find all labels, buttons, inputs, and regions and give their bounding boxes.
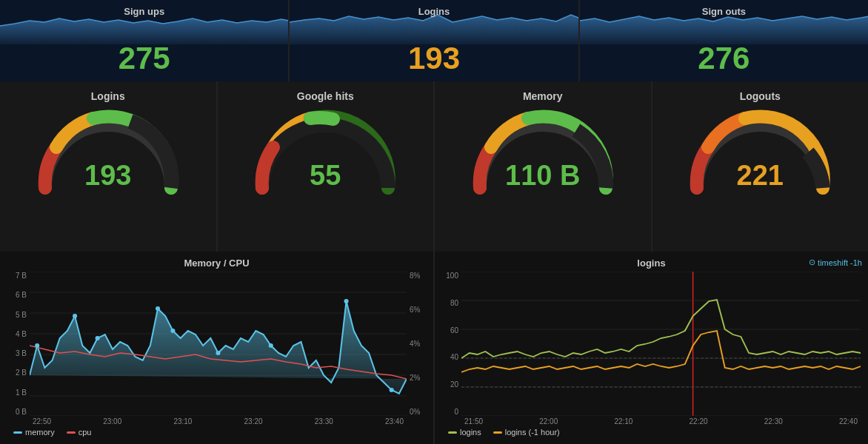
y-right-label-6: 6% bbox=[410, 306, 426, 314]
logins-y-60: 60 bbox=[442, 326, 458, 334]
logins-x-2210: 22:10 bbox=[614, 417, 632, 426]
logins-x-2150: 21:50 bbox=[464, 417, 483, 426]
svg-point-9 bbox=[156, 306, 160, 311]
logins-1h-legend-item: logins (-1 hour) bbox=[493, 428, 560, 437]
logins-y-100: 100 bbox=[442, 272, 458, 280]
x-label-2330: 23:30 bbox=[315, 417, 333, 426]
googlehits-gauge: 55 bbox=[251, 107, 399, 195]
memory-legend-dot bbox=[13, 431, 22, 434]
svg-point-11 bbox=[96, 336, 100, 340]
x-label-2320: 23:20 bbox=[244, 417, 263, 426]
logouts-gauge-value: 221 bbox=[686, 160, 834, 192]
y-left-label-5b: 5 B bbox=[7, 311, 27, 319]
googlehits-gauge-value: 55 bbox=[251, 160, 399, 192]
y-right-label-0: 0% bbox=[410, 408, 426, 416]
logins-1h-legend-label: logins (-1 hour) bbox=[505, 428, 560, 437]
memory-gauge-title: Memory bbox=[523, 90, 563, 102]
cpu-legend-label: cpu bbox=[79, 428, 92, 437]
timeshift-icon: ⊙ bbox=[809, 258, 815, 267]
charts-row: Memory / CPU 7 B 6 B 5 B 4 B 3 B 2 B 1 B… bbox=[0, 252, 868, 444]
logins-legend-item: logins bbox=[448, 428, 481, 437]
gauges-row: Logins 193 Google hits bbox=[0, 81, 868, 252]
logins-y-0: 0 bbox=[442, 408, 458, 416]
logins-legend-dot bbox=[448, 431, 457, 434]
memory-gauge: 110 B bbox=[469, 107, 617, 195]
y-left-label-1b: 1 B bbox=[7, 388, 27, 397]
svg-point-14 bbox=[269, 343, 273, 348]
svg-point-15 bbox=[344, 299, 349, 303]
y-right-label-4: 4% bbox=[410, 340, 426, 348]
logins-1h-legend-dot bbox=[493, 431, 502, 434]
logins-y-40: 40 bbox=[442, 353, 458, 361]
y-left-label-4b: 4 B bbox=[7, 330, 27, 338]
signouts-value: 276 bbox=[698, 43, 750, 74]
logins-legend-label: logins bbox=[460, 428, 481, 437]
signups-card: Sign ups 275 bbox=[0, 0, 288, 81]
x-label-2300: 23:00 bbox=[103, 417, 121, 426]
logins-chart-title: logins bbox=[442, 258, 861, 269]
svg-point-12 bbox=[170, 329, 175, 333]
svg-point-16 bbox=[390, 388, 394, 392]
y-left-label-0b: 0 B bbox=[7, 408, 27, 416]
logins-x-2240: 22:40 bbox=[839, 417, 858, 426]
memory-cpu-chart-title: Memory / CPU bbox=[7, 258, 426, 269]
logins-gauge: 193 bbox=[34, 107, 182, 195]
logins-y-80: 80 bbox=[442, 299, 458, 307]
timeshift-label: timeshift -1h bbox=[818, 258, 862, 267]
y-right-label-2: 2% bbox=[410, 374, 426, 382]
memory-gauge-value: 110 B bbox=[469, 160, 617, 192]
svg-point-8 bbox=[73, 314, 77, 318]
stats-row: Sign ups 275 Logins 193 bbox=[0, 0, 868, 81]
memory-legend-label: memory bbox=[25, 428, 55, 437]
svg-point-13 bbox=[216, 351, 220, 355]
memory-legend-item: memory bbox=[13, 428, 55, 437]
x-label-2310: 23:10 bbox=[173, 417, 192, 426]
logins-gauge-card: Logins 193 bbox=[0, 81, 216, 252]
cpu-legend-item: cpu bbox=[67, 428, 92, 437]
y-right-label-8: 8% bbox=[410, 272, 426, 280]
signups-title: Sign ups bbox=[0, 6, 288, 17]
logins-x-2230: 22:30 bbox=[764, 417, 783, 426]
logouts-gauge-title: Logouts bbox=[740, 90, 781, 102]
x-label-2250: 22:50 bbox=[33, 417, 51, 426]
signouts-card: Sign outs 276 bbox=[580, 0, 868, 81]
logins-x-2200: 22:00 bbox=[539, 417, 558, 426]
logins-stat-value: 193 bbox=[408, 43, 460, 74]
logins-gauge-value: 193 bbox=[34, 160, 182, 192]
memory-cpu-legend: memory cpu bbox=[7, 426, 426, 439]
timeshift-badge[interactable]: ⊙ timeshift -1h bbox=[809, 258, 862, 267]
signups-value: 275 bbox=[118, 43, 170, 74]
googlehits-gauge-card: Google hits 55 bbox=[218, 81, 434, 252]
logins-stat-title: Logins bbox=[290, 6, 578, 17]
logouts-gauge: 221 bbox=[686, 107, 834, 195]
cpu-legend-dot bbox=[67, 431, 76, 434]
y-left-label-2b: 2 B bbox=[7, 369, 27, 377]
logins-stat-card: Logins 193 bbox=[290, 0, 578, 81]
signouts-title: Sign outs bbox=[580, 6, 868, 17]
y-left-label-3b: 3 B bbox=[7, 349, 27, 357]
googlehits-gauge-title: Google hits bbox=[297, 90, 354, 102]
logouts-gauge-card: Logouts 221 bbox=[652, 81, 869, 252]
logins-chart-card: logins ⊙ timeshift -1h 100 80 60 40 20 0 bbox=[435, 252, 868, 444]
memory-cpu-chart-card: Memory / CPU 7 B 6 B 5 B 4 B 3 B 2 B 1 B… bbox=[0, 252, 433, 444]
dashboard: Sign ups 275 Logins 193 bbox=[0, 0, 868, 444]
x-label-2340: 23:40 bbox=[385, 417, 404, 426]
memory-gauge-card: Memory 110 B bbox=[435, 81, 651, 252]
logins-y-20: 20 bbox=[442, 380, 458, 388]
logins-gauge-title: Logins bbox=[91, 90, 125, 102]
y-left-label-6b: 6 B bbox=[7, 291, 27, 299]
logins-chart-legend: logins logins (-1 hour) bbox=[442, 426, 861, 439]
logins-x-2220: 22:20 bbox=[690, 417, 708, 426]
svg-point-10 bbox=[35, 343, 39, 348]
y-left-label-7b: 7 B bbox=[7, 272, 27, 280]
